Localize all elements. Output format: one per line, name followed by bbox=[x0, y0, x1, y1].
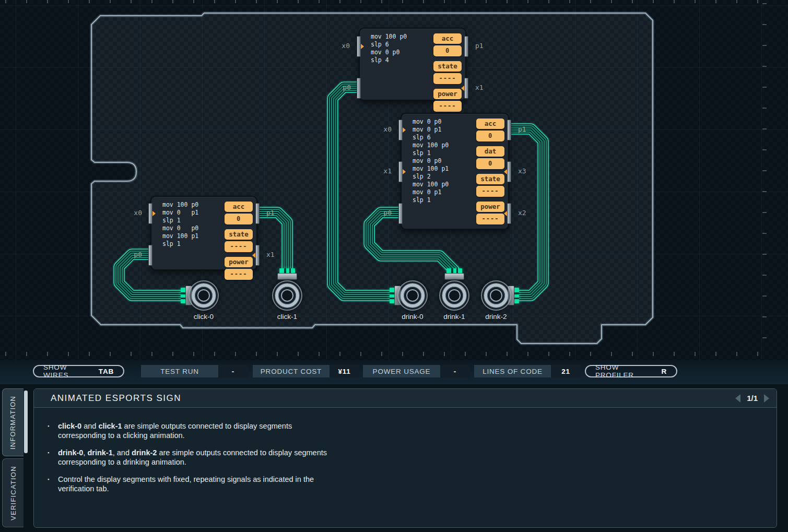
port-label-x0: x0 bbox=[374, 125, 392, 133]
port-hardware-x3 bbox=[507, 161, 511, 182]
register-value: ---- bbox=[225, 269, 253, 280]
connector-stub bbox=[444, 273, 464, 280]
register-label: state bbox=[225, 229, 253, 240]
register-power: power ---- bbox=[476, 202, 504, 224]
port-marker-icon bbox=[504, 211, 507, 216]
port-hardware-p0 bbox=[148, 245, 152, 266]
chip-code[interactable]: mov 0 p0mov 0 p1slp 6mov 100 p0slp 1mov … bbox=[413, 118, 449, 204]
register-value: 0 bbox=[225, 214, 253, 224]
power-usage-value: - bbox=[440, 365, 470, 377]
show-wires-button[interactable]: SHOW WIRES TAB bbox=[33, 365, 124, 377]
port-marker-icon bbox=[461, 86, 464, 91]
register-value: 0 bbox=[433, 45, 462, 56]
information-panel-titlebar: ANIMATED ESPORTS SIGN 1/1 bbox=[34, 389, 777, 408]
port-hardware-x1 bbox=[398, 161, 403, 182]
puzzle-title: ANIMATED ESPORTS SIGN bbox=[51, 393, 735, 404]
power-usage-stat: POWER USAGE - bbox=[363, 365, 470, 377]
tab-information[interactable]: INFORMATION bbox=[2, 388, 23, 456]
register-state: state ---- bbox=[225, 229, 253, 252]
port-label-p1: p1 bbox=[475, 42, 493, 50]
register-label: dat bbox=[476, 146, 504, 157]
register-power: power ---- bbox=[225, 257, 253, 280]
microcontroller-middle[interactable]: mov 0 p0mov 0 p1slp 6mov 100 p0slp 1mov … bbox=[401, 113, 509, 230]
output-label: drink-2 bbox=[475, 313, 517, 321]
register-label: acc bbox=[433, 33, 462, 44]
port-label-p1: p1 bbox=[518, 125, 536, 133]
chip-registers: acc 0 dat 0 state ---- power ---- bbox=[476, 119, 504, 224]
output-node-drink-2 bbox=[481, 280, 511, 311]
port-label-x1: x1 bbox=[266, 251, 284, 258]
output-label: drink-1 bbox=[433, 313, 475, 321]
bullet-text: click-0 and click-1 are simple outputs c… bbox=[58, 421, 340, 440]
port-label-x0: x0 bbox=[332, 42, 350, 50]
page-indicator: 1/1 bbox=[747, 394, 758, 403]
port-label-x3: x3 bbox=[518, 167, 536, 175]
show-wires-key: TAB bbox=[99, 368, 114, 375]
list-item: ▪ drink-0, drink-1, and drink-2 are simp… bbox=[48, 448, 340, 467]
tab-information-label: INFORMATION bbox=[9, 395, 17, 449]
show-profiler-key: R bbox=[661, 368, 667, 375]
info-scroll-indicator[interactable] bbox=[24, 391, 28, 453]
port-hardware-x2 bbox=[507, 203, 511, 224]
show-wires-label: SHOW WIRES bbox=[43, 363, 91, 379]
port-hardware-x0 bbox=[398, 120, 403, 140]
product-cost-stat: PRODUCT COST ¥11 bbox=[253, 365, 359, 377]
register-value: 0 bbox=[476, 131, 504, 141]
port-label-x0: x0 bbox=[124, 209, 142, 217]
next-page-icon[interactable] bbox=[764, 394, 769, 403]
port-hardware-x1 bbox=[255, 245, 260, 266]
output-node-drink-0 bbox=[397, 280, 428, 311]
register-label: acc bbox=[476, 119, 504, 129]
information-panel: ANIMATED ESPORTS SIGN 1/1 ▪ click-0 and … bbox=[33, 388, 777, 528]
chip-code[interactable]: mov 100 p0slp 6mov 0 p0slp 4 bbox=[371, 33, 407, 64]
page-navigation: 1/1 bbox=[735, 394, 769, 403]
register-label: state bbox=[476, 174, 504, 184]
register-acc: acc 0 bbox=[433, 33, 462, 56]
register-state: state ---- bbox=[476, 174, 504, 197]
port-marker-icon bbox=[403, 169, 406, 174]
port-marker-icon bbox=[252, 253, 255, 258]
output-node-drink-1 bbox=[439, 280, 469, 311]
register-value: 0 bbox=[476, 158, 504, 169]
port-hardware-x0 bbox=[357, 36, 361, 57]
microcontroller-top[interactable]: mov 100 p0slp 6mov 0 p0slp 4 acc 0 state… bbox=[359, 28, 466, 101]
information-panel-body: ▪ click-0 and click-1 are simple outputs… bbox=[34, 408, 777, 493]
port-label-x1: x1 bbox=[475, 84, 493, 91]
show-profiler-label: SHOW PROFILER bbox=[595, 363, 654, 379]
output-label: click-0 bbox=[183, 313, 225, 321]
port-label-p0: p0 bbox=[124, 251, 142, 258]
register-acc: acc 0 bbox=[225, 202, 253, 224]
register-dat: dat 0 bbox=[476, 146, 504, 169]
list-item: ▪ click-0 and click-1 are simple outputs… bbox=[48, 421, 340, 440]
test-run-button[interactable]: TEST RUN - bbox=[141, 365, 248, 377]
port-hardware-p1 bbox=[255, 203, 260, 224]
tab-verification-label: VERIFICATION bbox=[9, 466, 17, 520]
tab-verification[interactable]: VERIFICATION bbox=[2, 458, 23, 527]
register-label: power bbox=[225, 257, 253, 267]
show-profiler-button[interactable]: SHOW PROFILER R bbox=[585, 365, 677, 377]
register-label: state bbox=[433, 61, 462, 72]
register-acc: acc 0 bbox=[476, 119, 504, 141]
register-label: power bbox=[433, 89, 462, 99]
lines-of-code-label: LINES OF CODE bbox=[474, 365, 551, 377]
register-state: state ---- bbox=[433, 61, 462, 84]
port-label-p0: p0 bbox=[333, 84, 351, 91]
lines-of-code-value: 21 bbox=[551, 365, 581, 377]
chip-code[interactable]: mov 100 p0mov 0 p1slp 1mov 0 p0mov 100 p… bbox=[162, 201, 198, 248]
output-label: click-1 bbox=[266, 313, 308, 321]
port-marker-icon bbox=[403, 127, 406, 133]
register-value: ---- bbox=[225, 241, 253, 252]
port-label-p1: p1 bbox=[266, 209, 284, 217]
register-label: acc bbox=[225, 202, 253, 212]
register-label: power bbox=[476, 202, 504, 212]
prev-page-icon[interactable] bbox=[735, 394, 740, 403]
circuit-canvas[interactable]: mov 100 p0slp 6mov 0 p0slp 4 acc 0 state… bbox=[0, 0, 788, 363]
output-label: drink-0 bbox=[392, 313, 433, 321]
bullet-icon: ▪ bbox=[48, 475, 58, 493]
chip-registers: acc 0 state ---- power ---- bbox=[225, 202, 253, 280]
output-node-click-1 bbox=[272, 280, 302, 311]
bottom-toolbar: SHOW WIRES TAB TEST RUN - PRODUCT COST ¥… bbox=[0, 360, 788, 384]
info-zone: INFORMATION VERIFICATION ANIMATED ESPORT… bbox=[0, 385, 788, 532]
port-hardware-p1 bbox=[507, 120, 511, 140]
microcontroller-left[interactable]: mov 100 p0mov 0 p1slp 1mov 0 p0mov 100 p… bbox=[150, 196, 257, 270]
